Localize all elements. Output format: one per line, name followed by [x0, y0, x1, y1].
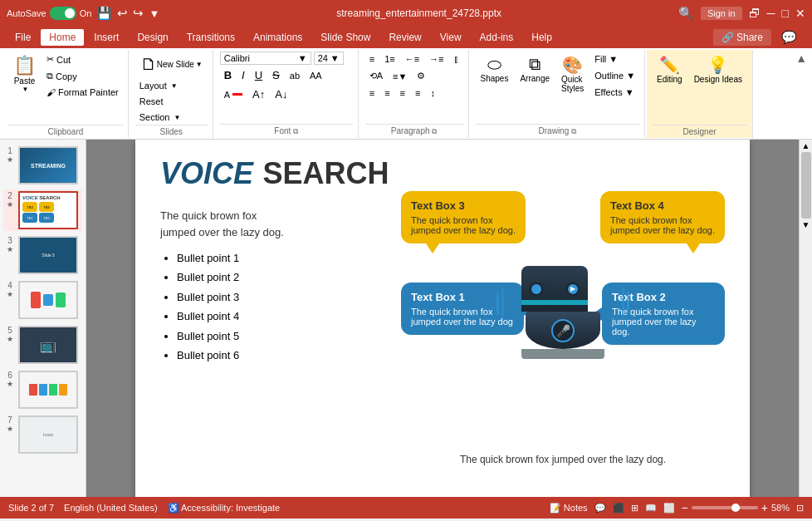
- underline-button[interactable]: U: [251, 66, 267, 84]
- align-right-button[interactable]: ≡: [396, 86, 409, 101]
- menu-addins[interactable]: Add-ins: [472, 29, 522, 46]
- increase-indent-button[interactable]: →≡: [425, 52, 448, 66]
- justify-button[interactable]: ≡: [411, 86, 424, 101]
- numbering-button[interactable]: 1≡: [380, 52, 399, 66]
- arrange-button[interactable]: ⧉ Arrange: [515, 52, 555, 86]
- menu-view[interactable]: View: [432, 29, 470, 46]
- zoom-in-button[interactable]: +: [761, 501, 768, 514]
- slide-thumb-5[interactable]: 5 ★ 📺: [3, 324, 82, 366]
- reading-view-button[interactable]: 📖: [645, 503, 657, 514]
- shapes-button[interactable]: ⬭ Shapes: [476, 52, 514, 86]
- font-name-dropdown[interactable]: Calibri ▼: [220, 52, 311, 65]
- search-icon[interactable]: 🔍: [678, 6, 694, 21]
- quick-styles-button[interactable]: 🎨 QuickStyles: [556, 52, 589, 96]
- font-size-increase[interactable]: A↑: [248, 86, 269, 103]
- slide-thumb-2[interactable]: 2 ★ VOICE SEARCH TB3 TB4 TB1 TB2: [3, 189, 82, 231]
- minimize-icon[interactable]: ─: [767, 7, 775, 20]
- slide-canvas[interactable]: VOICE SEARCH The quick brown foxjumped o…: [135, 140, 750, 497]
- bold-button[interactable]: B: [220, 66, 236, 84]
- format-painter-button[interactable]: 🖌 Format Painter: [42, 85, 123, 100]
- slide-thumb-4[interactable]: 4 ★: [3, 279, 82, 321]
- menu-animations[interactable]: Animations: [245, 29, 311, 46]
- customize-icon[interactable]: ▼: [149, 7, 159, 20]
- zoom-out-button[interactable]: −: [682, 501, 688, 514]
- slide-caption: The quick brown fox jumped over the lazy…: [460, 454, 666, 465]
- autosave-toggle[interactable]: AutoSave On: [7, 7, 91, 20]
- scroll-up-button[interactable]: ▲: [802, 141, 810, 150]
- presenter-view-button[interactable]: ⬜: [663, 503, 675, 514]
- vertical-scrollbar[interactable]: ▲ ▼: [799, 140, 812, 497]
- shapes-icon: ⬭: [487, 55, 501, 74]
- paragraph-label: Paragraph ⧉: [365, 124, 463, 136]
- reset-button[interactable]: Reset: [135, 94, 208, 109]
- menu-file[interactable]: File: [7, 29, 39, 46]
- italic-button[interactable]: I: [237, 66, 249, 84]
- smartart-button[interactable]: ⚙: [413, 68, 429, 84]
- save-icon[interactable]: 💾: [96, 6, 112, 21]
- copy-button[interactable]: ⧉ Copy: [42, 68, 123, 84]
- case-button[interactable]: AA: [306, 68, 326, 83]
- ribbon-collapse-button[interactable]: ▲: [795, 52, 807, 65]
- slide-thumb-3[interactable]: 3 ★ Slide 3: [3, 234, 82, 276]
- bullets-button[interactable]: ≡: [365, 52, 379, 66]
- decrease-indent-button[interactable]: ←≡: [401, 52, 423, 66]
- slide-thumb-7[interactable]: 7 ★ Icons: [3, 414, 82, 455]
- menu-transitions[interactable]: Transitions: [179, 29, 243, 46]
- menu-home[interactable]: Home: [41, 29, 84, 46]
- notes-button[interactable]: 📝 Notes: [550, 503, 588, 514]
- comments-status-button[interactable]: 💬: [594, 503, 606, 514]
- paste-button[interactable]: 📋 Paste ▼: [8, 52, 41, 96]
- autosave-pill[interactable]: [50, 7, 76, 20]
- font-size-dropdown[interactable]: 24 ▼: [314, 52, 344, 65]
- shape-effects-button[interactable]: Effects ▼: [590, 85, 639, 100]
- close-icon[interactable]: ✕: [795, 7, 805, 20]
- text-box-1[interactable]: Text Box 1 The quick brown fox jumped ov…: [401, 283, 524, 335]
- fit-slide-button[interactable]: ⊡: [796, 503, 804, 514]
- slide-thumb-6[interactable]: 6 ★: [3, 369, 82, 410]
- strikethrough-button[interactable]: S: [268, 66, 284, 84]
- share-button[interactable]: 🔗 Share: [713, 29, 771, 46]
- text-box-4[interactable]: Text Box 4 The quick brown fox jumped ov…: [600, 191, 725, 243]
- zoom-slider[interactable]: [692, 506, 758, 509]
- line-spacing-button[interactable]: ↕: [426, 86, 439, 101]
- font-color-button[interactable]: A: [220, 87, 247, 102]
- menu-review[interactable]: Review: [380, 29, 429, 46]
- align-text-button[interactable]: ≡▼: [389, 68, 411, 84]
- text-box-3[interactable]: Text Box 3 The quick brown fox jumped ov…: [401, 191, 526, 243]
- sign-in-button[interactable]: Sign in: [701, 7, 742, 20]
- slide-sorter-button[interactable]: ⊞: [631, 503, 638, 514]
- restore-icon[interactable]: 🗗: [749, 7, 761, 20]
- scroll-thumb[interactable]: [801, 152, 811, 219]
- menu-slideshow[interactable]: Slide Show: [312, 29, 379, 46]
- shape-outline-button[interactable]: Outline ▼: [590, 68, 639, 83]
- font-group: Calibri ▼ 24 ▼ B I U S ab AA A A↑ A: [215, 50, 359, 138]
- editing-button[interactable]: ✏️ Editing: [652, 52, 687, 87]
- align-left-button[interactable]: ≡: [365, 86, 379, 101]
- columns-button[interactable]: ⫿: [450, 52, 463, 66]
- menu-help[interactable]: Help: [523, 29, 560, 46]
- menu-design[interactable]: Design: [129, 29, 176, 46]
- layout-button[interactable]: Layout ▼: [135, 78, 208, 93]
- new-slide-button[interactable]: 🗋 New Slide ▼: [135, 52, 208, 77]
- menu-insert[interactable]: Insert: [86, 29, 127, 46]
- scroll-down-button[interactable]: ▼: [802, 220, 810, 229]
- redo-icon[interactable]: ↪: [133, 6, 144, 21]
- slide-info: Slide 2 of 7: [8, 503, 54, 513]
- accessibility-indicator[interactable]: ♿ Accessibility: Investigate: [168, 503, 281, 514]
- shape-fill-button[interactable]: Fill ▼: [590, 52, 639, 66]
- comments-button[interactable]: 💬: [773, 27, 805, 47]
- design-ideas-button[interactable]: 💡 Design Ideas: [689, 52, 747, 87]
- section-button[interactable]: Section ▼: [135, 110, 208, 125]
- font-size-decrease[interactable]: A↓: [271, 86, 291, 103]
- shadow-button[interactable]: ab: [286, 68, 304, 83]
- maximize-icon[interactable]: □: [782, 7, 789, 20]
- slide-thumb-1[interactable]: 1 ★ STREAMING: [3, 145, 82, 186]
- text-box-2[interactable]: Text Box 2 The quick brown fox jumped ov…: [602, 283, 725, 345]
- undo-icon[interactable]: ↩: [117, 6, 128, 21]
- zoom-area: − + 58%: [682, 501, 790, 514]
- text-direction-button[interactable]: ⟲A: [365, 68, 387, 84]
- arrange-icon: ⧉: [529, 55, 541, 74]
- align-center-button[interactable]: ≡: [380, 86, 394, 101]
- cut-button[interactable]: ✂ Cut: [42, 52, 123, 67]
- normal-view-button[interactable]: ⬛: [613, 503, 624, 514]
